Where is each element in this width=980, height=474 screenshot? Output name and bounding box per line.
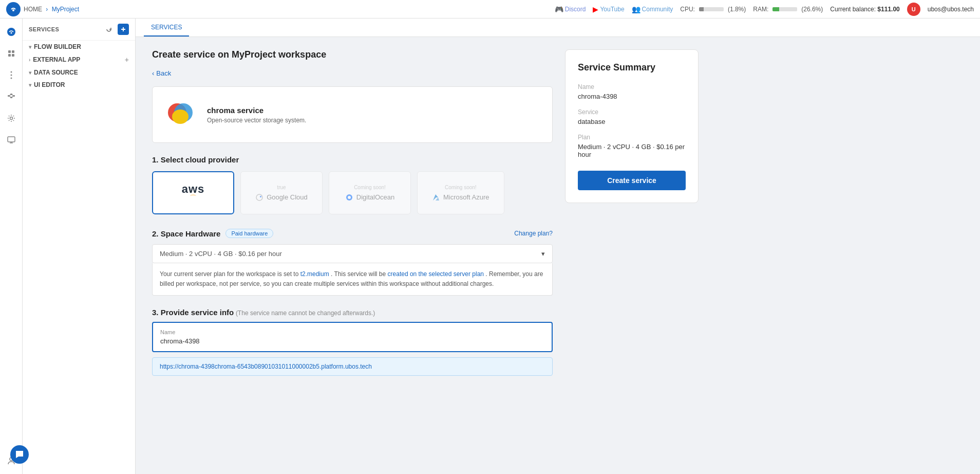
back-button[interactable]: ‹ Back bbox=[152, 69, 553, 77]
service-url-display: https://chroma-4398chroma-6543b089010310… bbox=[152, 357, 553, 376]
service-info-text: chroma service Open-source vector storag… bbox=[207, 106, 306, 124]
azure-label: Microsoft Azure bbox=[432, 193, 489, 202]
tab-services[interactable]: SERVICES bbox=[144, 19, 189, 37]
cloud-option-digitalocean[interactable]: Coming soon! DigitalOcean bbox=[329, 171, 411, 214]
paid-hardware-badge: Paid hardware bbox=[225, 229, 273, 238]
youtube-link[interactable]: ▶ YouTube bbox=[593, 5, 624, 13]
digitalocean-label: DigitalOcean bbox=[345, 193, 394, 202]
summary-service-field: Service database bbox=[578, 108, 686, 125]
section3-title: 3. Provide service info bbox=[152, 308, 234, 317]
summary-title: Service Summary bbox=[578, 62, 686, 73]
service-info-card: chroma service Open-source vector storag… bbox=[152, 86, 553, 143]
community-link[interactable]: 👥 Community bbox=[632, 5, 673, 13]
sidebar-icon-pages[interactable] bbox=[2, 44, 21, 63]
ram-bar bbox=[772, 7, 797, 11]
summary-card: Service Summary Name chroma-4398 Service… bbox=[565, 49, 699, 203]
svg-point-19 bbox=[10, 117, 12, 120]
svg-rect-11 bbox=[8, 95, 10, 97]
add-external-app-button[interactable]: + bbox=[125, 56, 129, 64]
coming-soon-digitalocean: Coming soon! bbox=[354, 185, 386, 190]
sidebar-icon-home[interactable] bbox=[2, 23, 21, 41]
tree-flow-builder[interactable]: ▾ FLOW BUILDER bbox=[23, 41, 135, 53]
breadcrumb: HOME › MyProject bbox=[24, 6, 79, 13]
hardware-section: 2. Space Hardware Paid hardware Change p… bbox=[152, 229, 553, 296]
section3-note: (The service name cannot be changed afte… bbox=[236, 309, 375, 317]
sidebar-icon-dots[interactable] bbox=[2, 66, 21, 84]
name-input-label: Name bbox=[160, 329, 544, 335]
refresh-button[interactable] bbox=[103, 24, 115, 35]
chevron-right-icon: › bbox=[29, 57, 30, 63]
service-name-input[interactable] bbox=[160, 337, 544, 345]
tab-bar: SERVICES bbox=[136, 19, 980, 37]
chat-bubble-button[interactable] bbox=[10, 445, 29, 464]
svg-point-30 bbox=[256, 194, 262, 200]
service-description: Open-source vector storage system. bbox=[207, 117, 306, 124]
svg-rect-14 bbox=[13, 95, 15, 97]
svg-line-15 bbox=[10, 95, 10, 96]
user-avatar[interactable]: U bbox=[907, 3, 920, 16]
cpu-bar bbox=[699, 7, 724, 11]
sidebar-icon-workflows[interactable] bbox=[2, 87, 21, 106]
cloud-option-azure[interactable]: Coming soon! Microsoft Azure bbox=[417, 171, 504, 214]
coming-soon-google: true bbox=[277, 185, 286, 190]
svg-point-3 bbox=[10, 32, 12, 34]
section1-title: 1. Select cloud provider bbox=[152, 155, 553, 164]
svg-rect-20 bbox=[8, 137, 15, 142]
tree-external-app[interactable]: › EXTERNAL APP + bbox=[23, 53, 135, 66]
tree-ui-editor[interactable]: ▾ UI EDITOR bbox=[23, 79, 135, 91]
svg-point-9 bbox=[10, 75, 12, 76]
svg-rect-13 bbox=[10, 97, 12, 98]
summary-name-field: Name chroma-4398 bbox=[578, 83, 686, 100]
svg-point-1 bbox=[12, 9, 14, 11]
summary-plan-value: Medium · 2 vCPU · 4 GB · $0.16 per hour bbox=[578, 143, 686, 158]
sidebar-icon-settings[interactable] bbox=[2, 109, 21, 127]
svg-point-10 bbox=[10, 78, 12, 79]
sidebar-icon-monitor[interactable] bbox=[2, 131, 21, 149]
service-logo bbox=[163, 97, 198, 132]
summary-plan-field: Plan Medium · 2 vCPU · 4 GB · $0.16 per … bbox=[578, 134, 686, 158]
hardware-note: Your current server plan for the workspa… bbox=[152, 263, 553, 296]
cloud-option-google[interactable]: true Google Cloud bbox=[240, 171, 323, 214]
cpu-usage: CPU: (1.8%) bbox=[680, 6, 746, 13]
page-title: Create service on MyProject workspace bbox=[152, 49, 553, 60]
svg-marker-34 bbox=[436, 197, 439, 200]
services-actions bbox=[103, 24, 129, 35]
main-content: Create service on MyProject workspace ‹ … bbox=[136, 37, 980, 474]
topbar-right: 🎮 Discord ▶ YouTube 👥 Community CPU: (1.… bbox=[555, 3, 974, 16]
svg-rect-4 bbox=[8, 50, 11, 53]
svg-rect-7 bbox=[12, 54, 14, 57]
create-service-button[interactable]: Create service bbox=[578, 171, 686, 190]
google-cloud-label: Google Cloud bbox=[255, 193, 308, 202]
summary-name-label: Name bbox=[578, 83, 686, 90]
coming-soon-azure: Coming soon! bbox=[445, 185, 477, 190]
community-icon: 👥 bbox=[632, 5, 640, 13]
svg-point-32 bbox=[348, 196, 351, 199]
section3-header: 3. Provide service info (The service nam… bbox=[152, 308, 553, 317]
svg-rect-5 bbox=[12, 50, 14, 53]
svg-point-29 bbox=[172, 110, 189, 124]
create-service-form: Create service on MyProject workspace ‹ … bbox=[152, 49, 553, 462]
svg-rect-12 bbox=[10, 94, 12, 95]
icon-sidebar bbox=[0, 19, 23, 474]
ram-usage: RAM: (26.6%) bbox=[753, 6, 823, 13]
balance-display: Current balance: $111.00 bbox=[830, 6, 899, 13]
main-layout: SERVICES ▾ FLOW BUIL bbox=[0, 19, 980, 474]
svg-line-18 bbox=[12, 96, 13, 98]
user-email: ubos@ubos.tech bbox=[928, 6, 974, 13]
svg-point-8 bbox=[10, 71, 12, 73]
hardware-dropdown[interactable]: Medium · 2 vCPU · 4 GB · $0.16 per hour … bbox=[152, 244, 553, 263]
summary-name-value: chroma-4398 bbox=[578, 93, 686, 100]
cloud-option-aws[interactable]: aws ⌒ bbox=[152, 171, 234, 214]
svg-point-2 bbox=[7, 28, 15, 36]
services-panel: SERVICES ▾ FLOW BUIL bbox=[23, 19, 136, 474]
cloud-provider-section: 1. Select cloud provider aws ⌒ true bbox=[152, 155, 553, 214]
change-plan-link[interactable]: Change plan? bbox=[514, 230, 553, 237]
services-header: SERVICES bbox=[23, 19, 135, 41]
topbar: HOME › MyProject 🎮 Discord ▶ YouTube 👥 C… bbox=[0, 0, 980, 19]
cloud-providers-list: aws ⌒ true Google Cloud bbox=[152, 171, 553, 214]
discord-link[interactable]: 🎮 Discord bbox=[555, 5, 586, 13]
summary-plan-label: Plan bbox=[578, 134, 686, 141]
section2-title: 2. Space Hardware bbox=[152, 229, 220, 238]
add-service-button[interactable] bbox=[118, 24, 129, 35]
tree-data-source[interactable]: ▾ DATA SOURCE bbox=[23, 66, 135, 79]
